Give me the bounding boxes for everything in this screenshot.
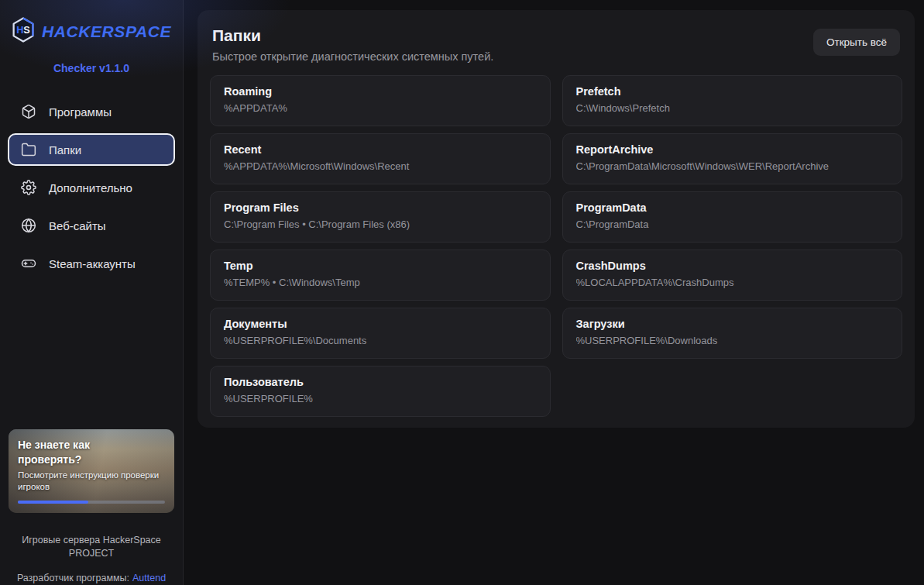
hackerspace-logo-icon: HS bbox=[12, 17, 35, 46]
folder-path: C:\Program Files • C:\Program Files (x86… bbox=[224, 219, 537, 230]
folder-path: %USERPROFILE% bbox=[224, 393, 537, 404]
folder-name: Документы bbox=[224, 318, 537, 330]
folders-grid: Roaming%APPDATA%PrefetchC:\Windows\Prefe… bbox=[210, 75, 902, 417]
folder-name: Пользователь bbox=[224, 376, 537, 388]
gamepad-icon bbox=[21, 256, 36, 271]
sidebar-item-steam-accounts[interactable]: Steam-аккаунты bbox=[8, 247, 175, 280]
folder-path: %USERPROFILE%\Downloads bbox=[576, 335, 889, 346]
folder-name: Prefetch bbox=[576, 85, 889, 98]
folder-name: Roaming bbox=[224, 85, 537, 98]
folder-card[interactable]: Temp%TEMP% • C:\Windows\Temp bbox=[210, 249, 551, 301]
folder-name: Temp bbox=[224, 260, 537, 272]
folder-card[interactable]: Документы%USERPROFILE%\Documents bbox=[210, 308, 551, 359]
panel-header-text: Папки Быстрое открытие диагностических с… bbox=[212, 26, 493, 63]
sidebar-item-websites[interactable]: Веб-сайты bbox=[8, 209, 175, 242]
folder-name: Program Files bbox=[224, 201, 537, 214]
sidebar-item-label: Веб-сайты bbox=[49, 219, 106, 232]
folder-card[interactable]: Загрузки%USERPROFILE%\Downloads bbox=[562, 308, 903, 359]
promo-subtitle: Посмотрите инструкцию проверки игроков bbox=[18, 470, 161, 493]
sidebar-item-label: Дополнительно bbox=[49, 181, 132, 194]
sidebar-item-programs[interactable]: Программы bbox=[8, 95, 175, 128]
footer-text: Игровые сервера HackerSpace PROJECT bbox=[14, 534, 169, 560]
sidebar-item-label: Steam-аккаунты bbox=[49, 257, 136, 270]
promo-content: Не знаете как проверять? Посмотрите инст… bbox=[9, 429, 174, 513]
folder-card[interactable]: ProgramDataC:\ProgramData bbox=[562, 191, 903, 243]
folder-card[interactable]: Program FilesC:\Program Files • C:\Progr… bbox=[210, 191, 551, 243]
folder-card[interactable]: Recent%APPDATA%\Microsoft\Windows\Recent bbox=[210, 133, 551, 184]
developer-label: Разработчик программы: bbox=[17, 573, 129, 583]
folders-panel: Папки Быстрое открытие диагностических с… bbox=[198, 10, 915, 428]
folder-card[interactable]: Roaming%APPDATA% bbox=[210, 75, 551, 126]
sidebar: HS HACKERSPACE Checker v1.1.0 ПрограммыП… bbox=[0, 0, 184, 585]
folder-name: Recent bbox=[224, 143, 537, 156]
gear-icon bbox=[21, 180, 36, 195]
sidebar-nav: ПрограммыПапкиДополнительноВеб-сайтыStea… bbox=[0, 95, 183, 280]
promo-title: Не знаете как проверять? bbox=[18, 438, 115, 466]
brand: HS HACKERSPACE bbox=[0, 17, 183, 46]
folder-path: %TEMP% • C:\Windows\Temp bbox=[224, 277, 537, 288]
folder-card[interactable]: ReportArchiveC:\ProgramData\Microsoft\Wi… bbox=[562, 133, 903, 184]
developer-link[interactable]: Auttend bbox=[132, 573, 166, 583]
sidebar-spacer bbox=[0, 280, 183, 429]
folder-path: C:\ProgramData bbox=[576, 219, 889, 230]
package-icon bbox=[21, 104, 36, 119]
sidebar-item-label: Программы bbox=[49, 105, 112, 119]
app-version: Checker v1.1.0 bbox=[0, 62, 183, 74]
folder-path: %LOCALAPPDATA%\CrashDumps bbox=[576, 277, 889, 288]
sidebar-item-folders[interactable]: Папки bbox=[8, 133, 175, 166]
sidebar-footer: Игровые сервера HackerSpace PROJECT Разр… bbox=[11, 534, 172, 585]
page-title: Папки bbox=[212, 26, 493, 45]
promo-progress-fill bbox=[18, 501, 88, 504]
folder-name: ProgramData bbox=[576, 201, 889, 214]
folder-name: CrashDumps bbox=[576, 260, 889, 272]
folder-card[interactable]: Пользователь%USERPROFILE% bbox=[210, 366, 551, 417]
folder-card[interactable]: PrefetchC:\Windows\Prefetch bbox=[562, 75, 903, 126]
sidebar-item-label: Папки bbox=[49, 143, 81, 157]
developer-row: Разработчик программы:Auttend bbox=[11, 572, 172, 585]
main-area: Папки Быстрое открытие диагностических с… bbox=[184, 0, 924, 585]
panel-header: Папки Быстрое открытие диагностических с… bbox=[210, 26, 902, 63]
svg-text:HS: HS bbox=[16, 24, 30, 36]
folder-name: Загрузки bbox=[576, 318, 889, 330]
globe-icon bbox=[21, 218, 36, 233]
folder-path: %APPDATA%\Microsoft\Windows\Recent bbox=[224, 160, 537, 172]
page-subtitle: Быстрое открытие диагностических системн… bbox=[212, 50, 493, 63]
folder-path: C:\ProgramData\Microsoft\Windows\WER\Rep… bbox=[576, 160, 889, 172]
brand-name: HACKERSPACE bbox=[42, 22, 171, 41]
folder-path: %APPDATA% bbox=[224, 102, 537, 114]
folder-icon bbox=[21, 142, 36, 157]
folder-path: C:\Windows\Prefetch bbox=[576, 102, 889, 114]
sidebar-item-extra[interactable]: Дополнительно bbox=[8, 171, 175, 204]
open-all-button[interactable]: Открыть всё bbox=[813, 29, 900, 56]
folder-name: ReportArchive bbox=[576, 143, 889, 156]
promo-progress-track bbox=[18, 501, 165, 504]
folder-path: %USERPROFILE%\Documents bbox=[224, 335, 537, 346]
folder-card[interactable]: CrashDumps%LOCALAPPDATA%\CrashDumps bbox=[562, 249, 903, 301]
app-window: HS HACKERSPACE Checker v1.1.0 ПрограммыП… bbox=[0, 0, 924, 585]
promo-card[interactable]: Не знаете как проверять? Посмотрите инст… bbox=[9, 429, 174, 513]
